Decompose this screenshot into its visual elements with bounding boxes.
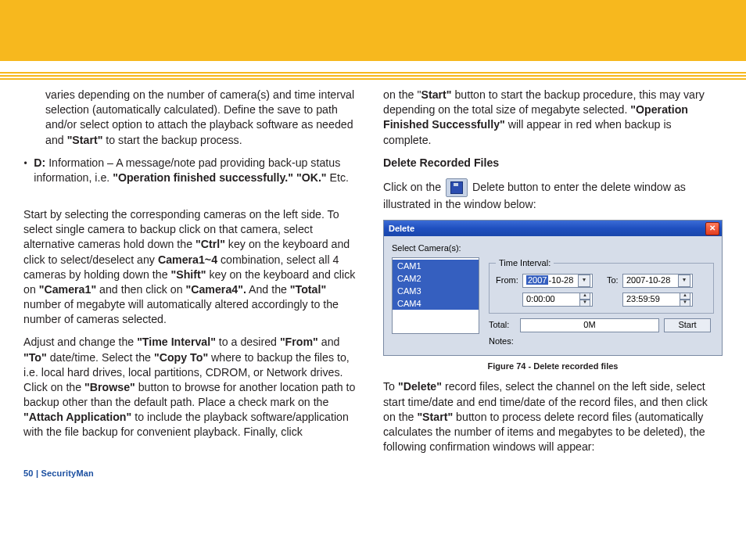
list-item[interactable]: CAM4 xyxy=(393,297,479,310)
start-button[interactable]: Start xyxy=(664,318,711,332)
text: Etc. xyxy=(327,171,349,184)
para-delete-instructions: To "Delete" record files, select the cha… xyxy=(383,379,723,454)
bold-camera1: "Camera1" xyxy=(39,283,96,296)
to-time-value: 23:59:59 xyxy=(626,293,660,305)
bold-ctrl: "Ctrl" xyxy=(195,238,225,250)
bold-start: Start" xyxy=(421,88,451,101)
text: Click on the xyxy=(383,181,444,193)
para-time-interval: Adjust and change the "Time Interval" to… xyxy=(23,335,361,440)
bold-to: "To" xyxy=(23,351,47,364)
dialog-title: Delete xyxy=(389,223,414,235)
bold-shift: "Shift" xyxy=(171,268,206,281)
dialog-right-pane: Time Interval: From: 2007-10-28 ▾ To: xyxy=(489,257,714,347)
to-date-picker[interactable]: 2007-10-28 ▾ xyxy=(622,274,693,288)
bold-total: "Total" xyxy=(290,283,326,296)
para-select-cams: Start by selecting the corresponding cam… xyxy=(23,207,361,327)
camera-listbox[interactable]: CAM1 CAM2 CAM3 CAM4 xyxy=(392,257,479,334)
total-label: Total: xyxy=(489,319,515,331)
spinner-icon[interactable]: ▲▼ xyxy=(680,293,690,307)
text: To xyxy=(383,380,398,393)
bullet-marker: • xyxy=(23,157,27,170)
text: and xyxy=(318,336,340,348)
bullet-body: D: Information – A message/note pad prov… xyxy=(34,156,361,185)
text: to start the backup process. xyxy=(102,134,242,146)
list-item[interactable]: CAM1 xyxy=(393,260,479,272)
bold-cam-range: Camera1~4 xyxy=(158,253,217,266)
bold-start: "Start" xyxy=(417,411,453,423)
to-time-picker[interactable]: 23:59:59 ▲▼ xyxy=(622,293,693,307)
text: Adjust and change the xyxy=(23,336,137,348)
text: on the " xyxy=(383,88,421,101)
select-cameras-label: Select Camera(s): xyxy=(392,242,714,254)
bold-camera4: "Camera4". xyxy=(186,283,246,296)
to-label: To: xyxy=(607,275,622,286)
figure-delete-dialog: Delete ✕ Select Camera(s): CAM1 CAM2 CAM… xyxy=(383,220,723,372)
bold-from: "From" xyxy=(280,336,318,348)
delete-dialog: Delete ✕ Select Camera(s): CAM1 CAM2 CAM… xyxy=(383,220,723,356)
figure-caption: Figure 74 - Delete recorded files xyxy=(383,361,723,372)
text: and then click on xyxy=(96,283,185,296)
bold-time-interval: "Time Interval" xyxy=(137,336,216,348)
text: And the xyxy=(246,283,290,296)
bullet-d: • D: Information – A message/note pad pr… xyxy=(23,156,361,185)
page-body: varies depending on the number of camera… xyxy=(0,80,746,467)
from-date-picker[interactable]: 2007-10-28 ▾ xyxy=(522,274,593,288)
total-value: 0M xyxy=(520,318,659,332)
close-icon[interactable]: ✕ xyxy=(705,222,719,235)
heading-delete-recorded: Delete Recorded Files xyxy=(383,156,723,171)
to-date-value: 2007-10-28 xyxy=(626,275,670,286)
dialog-body: Select Camera(s): CAM1 CAM2 CAM3 CAM4 Ti… xyxy=(384,236,722,355)
bold-start: "Start" xyxy=(67,134,103,146)
notes-label: Notes: xyxy=(489,336,714,347)
dialog-titlebar: Delete ✕ xyxy=(384,221,722,236)
spinner-icon[interactable]: ▲▼ xyxy=(579,293,590,307)
time-interval-group: Time Interval: From: 2007-10-28 ▾ To: xyxy=(489,257,714,314)
bullet-label: D: xyxy=(34,156,45,169)
save-disk-icon xyxy=(446,178,468,197)
list-item[interactable]: CAM3 xyxy=(393,285,479,297)
chevron-down-icon[interactable]: ▾ xyxy=(578,275,590,287)
list-item[interactable]: CAM2 xyxy=(393,272,479,285)
from-date-rest: -10-28 xyxy=(548,275,573,285)
bold-delete: "Delete" xyxy=(398,380,442,393)
from-year: 2007 xyxy=(526,275,548,285)
header-band xyxy=(0,0,746,61)
page-footer: 50 | SecurityMan xyxy=(0,467,746,484)
time-interval-legend: Time Interval: xyxy=(496,257,554,269)
from-time-picker[interactable]: 0:00:00 ▲▼ xyxy=(522,293,593,307)
text: to a desired xyxy=(216,336,280,348)
bold-op-finished: "Operation finished successfully." "OK." xyxy=(113,171,326,184)
chevron-down-icon[interactable]: ▾ xyxy=(678,275,690,287)
text: number of megabyte will automatically al… xyxy=(23,298,339,325)
bold-attach-app: "Attach Application" xyxy=(23,411,131,423)
bold-browse: "Browse" xyxy=(84,381,135,393)
text: date/time. Select the xyxy=(47,351,154,364)
right-column: on the "Start" button to start the backu… xyxy=(383,88,723,462)
from-time-value: 0:00:00 xyxy=(526,293,555,305)
para-click-delete: Click on the Delete button to enter the … xyxy=(383,178,723,212)
bold-copy-to: "Copy To" xyxy=(154,351,208,364)
para-continue: varies depending on the number of camera… xyxy=(23,88,361,148)
left-column: varies depending on the number of camera… xyxy=(23,88,361,462)
para-start-backup: on the "Start" button to start the backu… xyxy=(383,88,723,148)
from-label: From: xyxy=(496,275,522,286)
header-rules xyxy=(0,72,746,80)
